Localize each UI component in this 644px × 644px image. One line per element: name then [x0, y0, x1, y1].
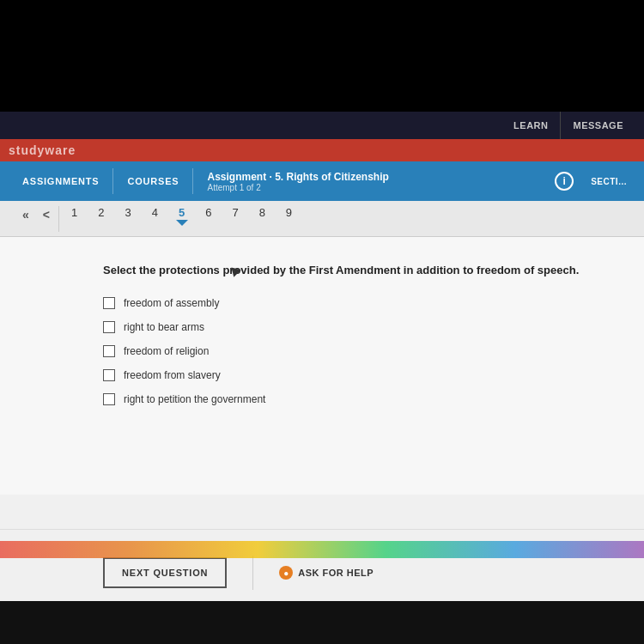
action-divider	[252, 556, 253, 590]
checkbox-2[interactable]	[103, 321, 115, 333]
option-label-5: right to petition the government	[124, 393, 265, 405]
checkbox-4[interactable]	[103, 369, 115, 381]
assignments-nav-link[interactable]: ASSIGNMENTS	[9, 176, 112, 186]
assignment-info: Assignment · 5. Rights of Citizenship At…	[193, 171, 555, 192]
message-button[interactable]: MESSAGE	[560, 112, 635, 139]
bottom-black-bar	[0, 601, 644, 644]
top-navigation: LEARN MESSAGE	[0, 112, 644, 139]
page-6[interactable]: 6	[197, 201, 220, 224]
checkbox-5[interactable]	[103, 393, 115, 405]
page-separator	[58, 206, 59, 232]
page-2[interactable]: 2	[89, 201, 112, 224]
assignment-subtitle: Attempt 1 of 2	[207, 183, 541, 192]
option-label-4: freedom from slavery	[124, 369, 221, 381]
option-label-2: right to bear arms	[124, 321, 204, 333]
action-bar: NEXT QUESTION ● ASK FOR HELP	[0, 529, 644, 601]
ask-for-help-button[interactable]: ● ASK FOR HELP	[279, 566, 374, 580]
page-3[interactable]: 3	[116, 201, 139, 224]
question-text: Select the protections provided by the F…	[103, 263, 610, 278]
option-1[interactable]: freedom of assembly	[103, 297, 610, 309]
main-content: Select the protections provided by the F…	[0, 237, 644, 495]
help-text: ASK FOR HELP	[298, 568, 374, 578]
checkbox-1[interactable]	[103, 297, 115, 309]
option-label-1: freedom of assembly	[124, 297, 219, 309]
checkbox-3[interactable]	[103, 345, 115, 357]
page-1[interactable]: 1	[63, 201, 86, 224]
logo-bar: studyware	[0, 139, 644, 161]
assignment-bar: ASSIGNMENTS COURSES Assignment · 5. Righ…	[0, 161, 644, 201]
page-7[interactable]: 7	[223, 201, 246, 224]
option-3[interactable]: freedom of religion	[103, 345, 610, 357]
pagination-bar: « < 1 2 3 4 5 6 7 8 9	[0, 201, 644, 237]
option-2[interactable]: right to bear arms	[103, 321, 610, 333]
page-8[interactable]: 8	[251, 201, 274, 224]
page-9[interactable]: 9	[277, 201, 301, 224]
next-question-button[interactable]: NEXT QUESTION	[103, 557, 227, 588]
page-5[interactable]: 5	[170, 201, 193, 224]
courses-nav-link[interactable]: COURSES	[113, 176, 192, 186]
bottom-color-bar	[0, 541, 644, 558]
assignment-title: Assignment · 5. Rights of Citizenship	[207, 171, 541, 183]
answer-options: freedom of assembly right to bear arms f…	[103, 297, 610, 405]
info-icon-button[interactable]: i	[555, 172, 574, 191]
help-icon: ●	[279, 566, 293, 580]
option-4[interactable]: freedom from slavery	[103, 369, 610, 381]
logo-text: studyware	[9, 143, 76, 157]
section-button[interactable]: SECTI...	[582, 177, 635, 186]
learn-button[interactable]: LEARN	[501, 112, 560, 139]
page-4[interactable]: 4	[143, 201, 167, 224]
back-one-button[interactable]: <	[38, 201, 55, 228]
back-all-button[interactable]: «	[17, 201, 34, 228]
option-label-3: freedom of religion	[124, 345, 209, 357]
option-5[interactable]: right to petition the government	[103, 393, 610, 405]
